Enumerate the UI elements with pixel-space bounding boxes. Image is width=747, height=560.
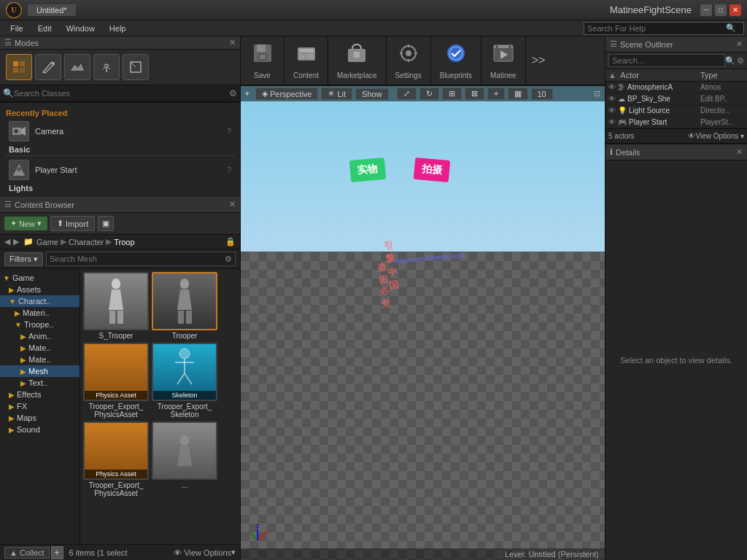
outliner-col-actor[interactable]: ▲ Actor <box>608 71 700 79</box>
outliner-search-input[interactable] <box>608 54 725 67</box>
svg-line-18 <box>177 373 185 384</box>
visibility-icon-1[interactable]: 👁 <box>608 83 616 91</box>
tree-item-effects[interactable]: ▶ Effects <box>0 389 80 400</box>
details-close-button[interactable]: ✕ <box>736 147 743 157</box>
grid-button[interactable]: ▦ <box>508 88 528 100</box>
mode-geometry-button[interactable] <box>123 54 149 80</box>
blueprints-toolbar-button[interactable]: Blueprints <box>431 36 481 85</box>
viewport-camera-controls[interactable]: ⊡ <box>594 89 600 98</box>
tree-item-sound[interactable]: ▶ Sound <box>0 424 80 435</box>
perspective-button[interactable]: ◈ Perspective <box>255 88 318 100</box>
asset-thumb-physics: Physics Asset <box>83 343 149 401</box>
show-button[interactable]: Show <box>355 88 389 100</box>
asset-s-trooper[interactable]: S_Trooper <box>83 272 149 340</box>
maximize-button[interactable]: □ <box>715 4 727 16</box>
matinee-toolbar-button[interactable]: Matinee <box>481 36 526 85</box>
close-button[interactable]: ✕ <box>729 4 741 16</box>
new-button[interactable]: ✦ New ▾ <box>4 217 47 230</box>
outliner-close-button[interactable]: ✕ <box>736 39 743 49</box>
cb-breadcrumb-game[interactable]: Game <box>36 238 58 246</box>
mode-landscape-button[interactable] <box>64 54 90 80</box>
menu-window[interactable]: Window <box>59 23 102 34</box>
tree-item-material[interactable]: ▶ Materi.. <box>0 307 80 319</box>
playerstart-help-icon[interactable]: ? <box>227 166 231 174</box>
mode-toggle-button[interactable]: ⊠ <box>465 88 484 100</box>
tree-item-character[interactable]: ▼ Charact.. <box>0 295 80 307</box>
cb-nav-forward[interactable]: ▶ <box>13 237 19 246</box>
mode-paint-button[interactable] <box>35 54 61 80</box>
modes-search-btn[interactable]: ⚙ <box>229 88 237 98</box>
camera-help-icon[interactable]: ? <box>227 127 231 136</box>
add-collection-button[interactable]: + <box>51 546 63 559</box>
speed-button[interactable]: 10 <box>531 88 553 100</box>
cb-close-button[interactable]: ✕ <box>229 200 236 209</box>
outliner-config-icon[interactable]: ⚙ <box>737 56 744 66</box>
folder-icon: ▶ <box>20 356 26 364</box>
cb-breadcrumb-troop[interactable]: Troop <box>114 238 134 246</box>
outliner-row-sky[interactable]: 👁 ☁ BP_Sky_She Edit BP.. <box>605 93 747 105</box>
outliner-view-options-button[interactable]: 👁 View Options ▾ <box>688 132 744 140</box>
menu-file[interactable]: File <box>3 23 31 34</box>
asset-trooper[interactable]: Trooper <box>152 272 217 340</box>
tree-item-text[interactable]: ▶ Text.. <box>0 377 80 389</box>
tree-item-maps[interactable]: ▶ Maps <box>0 412 80 424</box>
collections-button[interactable]: ▲ Collect <box>4 547 50 559</box>
viewport-expand-button[interactable]: ▾ <box>245 89 249 98</box>
tree-item-game[interactable]: ▼ Game <box>0 272 80 284</box>
cb-filters-row: Filters ▾ ⚙ <box>0 249 240 269</box>
cb-nav-back[interactable]: ◀ <box>4 237 10 246</box>
asset-physics[interactable]: Physics Asset Trooper_Export_PhysicsAsse… <box>83 343 149 419</box>
outliner-row-player[interactable]: 👁 🎮 Player Start PlayerSt.. <box>605 117 747 128</box>
settings-toolbar-button[interactable]: Settings <box>387 36 431 85</box>
content-toolbar-button[interactable]: Content <box>285 36 328 85</box>
tree-item-mate2[interactable]: ▶ Mate.. <box>0 354 80 365</box>
asset-physics2[interactable]: Physics Asset Trooper_Export_PhysicsAsse… <box>83 421 149 497</box>
tree-item-troop[interactable]: ▼ Troope.. <box>0 319 80 330</box>
snap-button[interactable]: ⌖ <box>487 88 505 100</box>
svg-point-6 <box>52 62 55 65</box>
mesh-search-input[interactable] <box>50 254 225 263</box>
modes-search-input[interactable] <box>14 87 229 100</box>
cb-extra-button[interactable]: ▣ <box>98 216 114 231</box>
outliner-col-type[interactable]: Type <box>700 71 744 79</box>
outliner-footer: 5 actors 👁 View Options ▾ <box>605 128 747 143</box>
translate-button[interactable]: ⤢ <box>397 88 417 100</box>
menu-edit[interactable]: Edit <box>31 23 59 34</box>
mode-foliage-button[interactable] <box>93 54 120 80</box>
lit-button[interactable]: ☀ Lit <box>321 88 352 100</box>
save-toolbar-button[interactable]: Save <box>241 36 285 85</box>
visibility-icon-2[interactable]: 👁 <box>608 95 616 103</box>
placed-playerstart-item[interactable]: Player Start ? <box>6 158 234 182</box>
tab-untitled[interactable]: Untitled* <box>28 4 76 16</box>
asset-skeleton[interactable]: Skeleton Trooper_Export_Skeleton <box>152 343 217 419</box>
outliner-row-light[interactable]: 👁 💡 Light Source Directio.. <box>605 105 747 117</box>
tree-item-anim[interactable]: ▶ Anim.. <box>0 330 80 342</box>
filters-button[interactable]: Filters ▾ <box>4 252 43 266</box>
search-help-input[interactable] <box>587 24 726 33</box>
outliner-row-atmospheric[interactable]: 👁 🌫 AtmosphericA Atmos <box>605 82 747 93</box>
placed-camera-item[interactable]: Camera ? <box>6 119 234 144</box>
mode-place-button[interactable] <box>6 54 32 80</box>
visibility-icon-4[interactable]: 👁 <box>608 118 616 126</box>
folder-icon: ▶ <box>20 332 26 341</box>
tree-item-assets[interactable]: ▶ Assets <box>0 284 80 295</box>
view-options-button[interactable]: 👁 View Options ▾ <box>174 548 236 557</box>
toolbar-more-button[interactable]: >> <box>526 54 551 67</box>
visibility-icon-3[interactable]: 👁 <box>608 106 616 114</box>
minimize-button[interactable]: ─ <box>700 4 712 16</box>
tree-item-mate1[interactable]: ▶ Mate.. <box>0 342 80 354</box>
import-button[interactable]: ⬆ Import <box>50 216 95 231</box>
tree-item-mesh[interactable]: ▶ Mesh <box>0 365 80 377</box>
marketplace-toolbar-button[interactable]: Marketplace <box>328 36 386 85</box>
menu-help[interactable]: Help <box>102 23 133 34</box>
modes-close-button[interactable]: ✕ <box>229 38 236 47</box>
cb-breadcrumb-character[interactable]: Character <box>69 238 104 246</box>
cb-lock-icon[interactable]: 🔒 <box>225 237 236 246</box>
rotate-button[interactable]: ↻ <box>419 88 439 100</box>
scale-button[interactable]: ⊞ <box>442 88 462 100</box>
asset-extra[interactable]: ... <box>152 421 217 497</box>
viewport-canvas[interactable]: ▾ ◈ Perspective ☀ Lit Show | ⤢ ↻ ⊞ ⊠ ⌖ ▦ <box>241 86 605 560</box>
tree-item-fx[interactable]: ▶ FX <box>0 400 80 412</box>
actor-type-4: PlayerSt.. <box>700 118 744 126</box>
obj-box-green: 实物 <box>349 158 386 182</box>
